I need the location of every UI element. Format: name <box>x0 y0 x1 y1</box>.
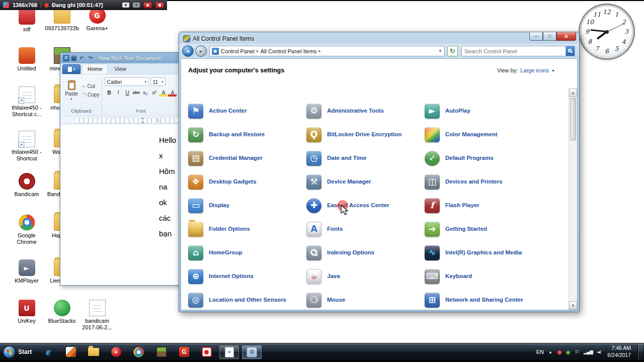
start-button[interactable]: Start <box>0 343 37 360</box>
font-color-button[interactable]: A <box>168 88 177 97</box>
cp-item-credential-manager[interactable]: ▤Credential Manager <box>188 146 306 170</box>
desktop-icon-garena[interactable]: GGarena+ <box>79 7 115 32</box>
scroll-down-button[interactable]: ▼ <box>569 301 577 310</box>
cp-item-folder-options[interactable]: Folder Options <box>188 217 306 241</box>
volume-icon[interactable]: ◄) <box>597 350 601 354</box>
cut-button[interactable]: ✂ Cut <box>82 83 99 89</box>
scrollbar-thumb[interactable] <box>570 98 576 140</box>
save-button[interactable] <box>71 56 76 61</box>
address-field[interactable]: Control Panel▸All Control Panel Items▸ ▼ <box>209 46 445 56</box>
record-button[interactable] <box>143 2 152 9</box>
cp-item-display[interactable]: ▭Display <box>188 194 306 217</box>
subscript-button[interactable]: x₂ <box>141 88 149 97</box>
cp-item-administrative-tools[interactable]: ⚙Administrative Tools <box>306 99 425 123</box>
taskbar-button-cleaner-app[interactable] <box>60 345 81 359</box>
bold-button[interactable]: B <box>105 88 113 97</box>
desktop-icon-thilaixe450-shortcut-c[interactable]: ↗thilaixe450 - Shortcut c... <box>9 86 44 117</box>
breadcrumb-item-all-control-panel-items[interactable]: All Control Panel Items <box>261 48 317 54</box>
cp-item-mouse[interactable]: ❍Mouse <box>306 288 425 310</box>
underline-button[interactable]: U <box>123 88 131 97</box>
clock-gadget[interactable]: 123456789101112 <box>580 5 633 58</box>
view-by-value[interactable]: Large icons <box>520 67 549 73</box>
language-indicator[interactable]: EN <box>536 349 544 355</box>
network-icon[interactable]: ▂▄▆ <box>584 350 593 354</box>
cp-item-indexing-options[interactable]: ϘIndexing Options <box>306 241 425 264</box>
photo-camera-icon[interactable] <box>133 3 140 8</box>
cp-item-ease-of-access-center[interactable]: ✚Ease of Access Center <box>306 194 425 217</box>
desktop-icon-thilaixe450-shortcut[interactable]: ↗thilaixe450 - Shortcut <box>9 131 44 161</box>
cp-item-bitlocker-drive-encryption[interactable]: ϘBitLocker Drive Encryption <box>306 123 425 146</box>
cp-item-device-manager[interactable]: ⚒Device Manager <box>306 170 425 194</box>
bandicam-tray-icon[interactable]: ● <box>557 349 562 355</box>
taskbar-button-windows-explorer[interactable] <box>83 345 104 359</box>
cp-item-intel-r-graphics-and-media[interactable]: ∿Intel(R) Graphics and Media <box>425 241 543 264</box>
tab-view[interactable]: View <box>109 64 131 74</box>
cp-item-backup-and-restore[interactable]: ↻Backup and Restore <box>188 123 306 146</box>
taskbar-button-google-chrome[interactable] <box>128 345 149 359</box>
scrollbar-track[interactable] <box>569 141 577 301</box>
desktop-icon-google-chrome[interactable]: Google Chrome <box>9 214 44 245</box>
file-menu-button[interactable]: ▾ <box>62 64 80 74</box>
hidden-icons-chevron[interactable]: ▲ <box>548 350 552 354</box>
tab-home[interactable]: Home <box>82 64 108 74</box>
search-input[interactable] <box>462 48 566 54</box>
address-dropdown-icon[interactable]: ▼ <box>438 49 442 53</box>
chevron-down-icon[interactable]: ▼ <box>551 69 555 72</box>
search-button[interactable] <box>566 46 575 56</box>
wordpad-document[interactable]: Hello xHôm naokcác bạn <box>60 124 181 285</box>
taskbar-clock[interactable]: 7:46 AM 6/24/2017 <box>605 345 633 358</box>
close-button[interactable]: ✕ <box>556 32 576 41</box>
taskbar-button-garena[interactable]: G <box>174 345 194 359</box>
cp-item-network-and-sharing-center[interactable]: ⊞Network and Sharing Center <box>425 288 543 310</box>
taskbar-button-control-panel[interactable]: ⚙ <box>242 345 262 359</box>
taskbar-button-bandicam[interactable] <box>196 345 217 359</box>
taskbar-button-minecraft[interactable] <box>151 345 172 359</box>
paste-button[interactable]: Paste ▼ <box>63 76 80 105</box>
control-panel-titlebar[interactable]: All Control Panel Items — □ ✕ <box>179 32 579 44</box>
back-button[interactable]: ◄ <box>182 45 194 57</box>
taskbar-button-internet-explorer[interactable]: e <box>38 345 58 359</box>
cp-item-default-programs[interactable]: ✓Default Programs <box>425 146 543 170</box>
usb-icon[interactable]: ◉ <box>566 349 571 355</box>
video-camera-icon[interactable] <box>122 3 129 8</box>
desktop-icon-sdf[interactable]: sdf <box>9 8 44 33</box>
cp-item-keyboard[interactable]: ⌨Keyboard <box>425 264 543 288</box>
desktop-icon-untitled[interactable]: Untitled <box>9 47 44 72</box>
scroll-up-button[interactable]: ▲ <box>569 88 577 97</box>
cp-item-java[interactable]: ☕Java <box>306 264 425 288</box>
stop-button[interactable] <box>155 2 164 9</box>
undo-button[interactable]: ↶ <box>78 55 85 61</box>
desktop-icon-bandicam-2017-06-2[interactable]: bandicam 2017-06-2... <box>79 300 115 330</box>
desktop-icon-bluestacks[interactable]: BlueStacks <box>44 300 79 324</box>
strikethrough-button[interactable]: abc <box>132 88 140 97</box>
cp-item-flash-player[interactable]: fFlash Player <box>425 194 543 217</box>
taskbar-button-wordpad[interactable]: ≡ <box>219 345 239 359</box>
desktop-icon-0937139722b[interactable]: 0937139722b <box>44 7 79 32</box>
cp-item-autoplay[interactable]: ►AutoPlay <box>425 99 543 123</box>
action-center-flag-icon[interactable]: ⚐ <box>575 349 580 355</box>
cp-item-internet-options[interactable]: ⊕Internet Options <box>188 264 306 288</box>
maximize-button[interactable]: □ <box>543 32 556 41</box>
redo-button[interactable]: ↷ <box>87 55 94 61</box>
copy-button[interactable]: ❐ Copy <box>82 92 99 98</box>
desktop-icon-bandicam[interactable]: Bandicam <box>9 173 44 198</box>
taskbar-button-red-media-app[interactable]: ✦ <box>106 345 126 359</box>
cp-item-date-and-time[interactable]: ◷Date and Time <box>306 146 425 170</box>
breadcrumb-item-control-panel[interactable]: Control Panel <box>221 48 255 54</box>
superscript-button[interactable]: x² <box>150 88 158 97</box>
cp-item-color-management[interactable]: Color Management <box>425 123 543 146</box>
desktop-icon-kmplayer[interactable]: ►KMPlayer <box>9 259 44 284</box>
cp-item-fonts[interactable]: AFonts <box>306 217 425 241</box>
cp-item-desktop-gadgets[interactable]: ❖Desktop Gadgets <box>188 170 306 194</box>
minimize-button[interactable]: — <box>529 32 543 41</box>
cp-item-homegroup[interactable]: ⌂HomeGroup <box>188 241 306 264</box>
desktop-icon-unikey[interactable]: UUniKey <box>9 300 44 324</box>
show-desktop-button[interactable] <box>637 343 643 360</box>
wordpad-titlebar[interactable]: ↶ ↷ New Rich Text Document <box>60 53 181 63</box>
cp-item-location-and-other-sensors[interactable]: ◎Location and Other Sensors <box>188 288 306 310</box>
highlight-button[interactable]: A <box>159 88 168 97</box>
forward-button[interactable]: ► <box>195 45 207 57</box>
cp-item-devices-and-printers[interactable]: ◫Devices and Printers <box>425 170 543 194</box>
font-size-select[interactable]: 11 ▼ <box>150 77 166 86</box>
italic-button[interactable]: I <box>114 88 122 97</box>
